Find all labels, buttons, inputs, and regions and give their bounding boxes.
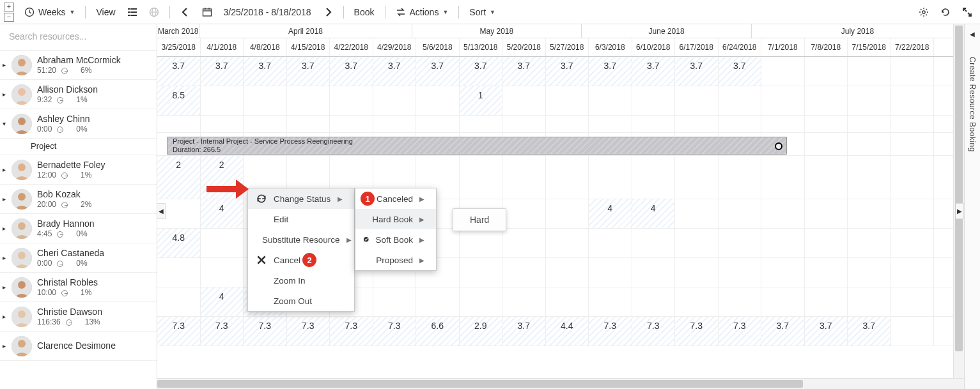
timeline-cell[interactable] [589, 86, 632, 115]
expander-icon[interactable]: ▸ [3, 342, 10, 349]
timeline-cell[interactable] [157, 258, 201, 287]
timeline-cell[interactable] [157, 287, 201, 316]
timeline-cell[interactable]: 3.7 [330, 57, 373, 86]
timeline-cell[interactable]: 7.3 [719, 317, 762, 346]
timeline-cell[interactable]: 7.3 [632, 317, 676, 346]
timeline-cell[interactable]: 2 [157, 156, 201, 199]
timeline-cell[interactable]: 3.7 [546, 57, 589, 86]
timeline-cell[interactable] [460, 229, 503, 257]
timeline-cell[interactable] [675, 116, 719, 132]
timescale-selector[interactable]: Weeks ▼ [20, 4, 79, 20]
timeline-cell[interactable]: 7.3 [157, 317, 201, 346]
timeline-cell[interactable] [502, 156, 546, 199]
resource-row[interactable]: ▸Bernadette Foley12:001% [0, 155, 157, 185]
timeline-cell[interactable]: 4 [201, 287, 244, 316]
menu-edit[interactable]: Edit [248, 209, 354, 229]
create-booking-panel[interactable]: ◀ Create Resource Booking [964, 24, 980, 389]
submenu-proposed[interactable]: Proposed ▶ [355, 250, 436, 270]
timeline-cell[interactable] [244, 86, 287, 115]
timeline-cell[interactable] [460, 287, 503, 316]
timeline-cell[interactable]: 4.4 [546, 317, 589, 346]
timeline-cell[interactable]: 3.7 [157, 57, 201, 86]
timeline-cell[interactable] [330, 86, 373, 115]
timeline-cell[interactable]: 3.7 [416, 57, 460, 86]
expander-icon[interactable]: ▸ [3, 225, 10, 232]
timeline-cell[interactable]: 4 [201, 199, 244, 228]
timeline-cell[interactable] [891, 317, 935, 346]
resource-row[interactable]: ▸Allison Dickson9:321% [0, 80, 157, 109]
timeline-cell[interactable]: 4.8 [157, 229, 201, 257]
timeline-cell[interactable] [546, 287, 589, 316]
timeline-cell[interactable] [632, 156, 676, 199]
menu-cancel[interactable]: Cancel [248, 250, 354, 270]
timeline-cell[interactable] [891, 258, 935, 287]
timeline-cell[interactable] [287, 116, 331, 132]
timeline-cell[interactable]: 7.3 [373, 317, 417, 346]
expander-icon[interactable]: ▸ [3, 313, 10, 320]
timeline-cell[interactable] [502, 116, 546, 132]
timeline-cell[interactable] [373, 116, 417, 132]
timeline-cell[interactable]: 7.3 [675, 317, 719, 346]
timeline-cell[interactable] [546, 86, 589, 115]
timeline-cell[interactable] [761, 287, 805, 316]
collapse-right-panel[interactable]: ▶ [956, 203, 964, 219]
timeline-cell[interactable] [805, 258, 848, 287]
expander-icon[interactable]: ▸ [3, 284, 10, 291]
collapse-all-button[interactable]: − [4, 13, 14, 22]
timeline-cell[interactable] [848, 258, 891, 287]
timeline-cell[interactable] [502, 287, 546, 316]
menu-substitute-resource[interactable]: Substitute Resource ▶ [248, 229, 354, 250]
timeline-cell[interactable] [502, 258, 546, 287]
timeline-cell[interactable] [244, 116, 287, 132]
timeline-cell[interactable] [805, 57, 848, 86]
actions-button[interactable]: Actions ▼ [392, 4, 453, 20]
timeline-cell[interactable]: 3.7 [848, 317, 891, 346]
timeline-cell[interactable] [416, 287, 460, 316]
timeline-cell[interactable]: 4 [632, 199, 676, 228]
timeline-cell[interactable]: 8.5 [157, 86, 201, 115]
timeline-cell[interactable] [502, 86, 546, 115]
timeline-cell[interactable] [675, 156, 719, 199]
timeline-cell[interactable]: 3.7 [805, 317, 848, 346]
sort-button[interactable]: Sort ▼ [465, 4, 499, 20]
calendar-button[interactable] [198, 4, 216, 20]
timeline-cell[interactable] [805, 287, 848, 316]
timeline-cell[interactable]: 3.7 [460, 57, 503, 86]
timeline-cell[interactable] [761, 156, 805, 199]
timeline-cell[interactable] [675, 287, 719, 316]
expander-icon[interactable]: ▸ [3, 61, 10, 68]
timeline-cell[interactable] [201, 116, 244, 132]
timeline-cell[interactable] [546, 156, 589, 199]
timeline-cell[interactable] [632, 258, 676, 287]
refresh-button[interactable] [937, 4, 954, 20]
timeline-cell[interactable] [546, 199, 589, 228]
timeline-cell[interactable] [201, 86, 244, 115]
resource-row[interactable]: ▸Cheri Castaneda0:000% [0, 243, 157, 273]
timeline-cell[interactable]: 7.3 [287, 317, 331, 346]
timeline-cell[interactable] [675, 86, 719, 115]
timeline-cell[interactable] [761, 116, 805, 132]
timeline-cell[interactable] [848, 156, 891, 199]
drag-handle-icon[interactable] [775, 142, 782, 150]
timeline-cell[interactable] [460, 258, 503, 287]
expand-all-button[interactable]: + [4, 3, 14, 11]
timeline-cell[interactable]: 7.3 [201, 317, 244, 346]
timeline-cell[interactable] [761, 229, 805, 257]
menu-zoom-out[interactable]: Zoom Out [248, 291, 354, 311]
timeline-cell[interactable] [848, 287, 891, 316]
timeline-cell[interactable] [761, 258, 805, 287]
vertical-scrollbar[interactable] [953, 24, 964, 378]
timeline-cell[interactable] [761, 86, 805, 115]
timeline-cell[interactable] [201, 258, 244, 287]
expander-icon[interactable]: ▸ [3, 254, 10, 261]
menu-change-status[interactable]: Change Status ▶ [248, 188, 354, 209]
next-button[interactable] [319, 4, 337, 20]
timeline-cell[interactable] [460, 156, 503, 199]
timeline-cell[interactable] [761, 57, 805, 86]
timeline-cell[interactable]: 7.3 [330, 317, 373, 346]
timeline-cell[interactable]: 3.7 [675, 57, 719, 86]
timeline-cell[interactable]: 2.9 [460, 317, 503, 346]
timeline-cell[interactable] [502, 229, 546, 257]
timeline-cell[interactable]: 3.7 [502, 57, 546, 86]
timeline-cell[interactable] [719, 287, 762, 316]
